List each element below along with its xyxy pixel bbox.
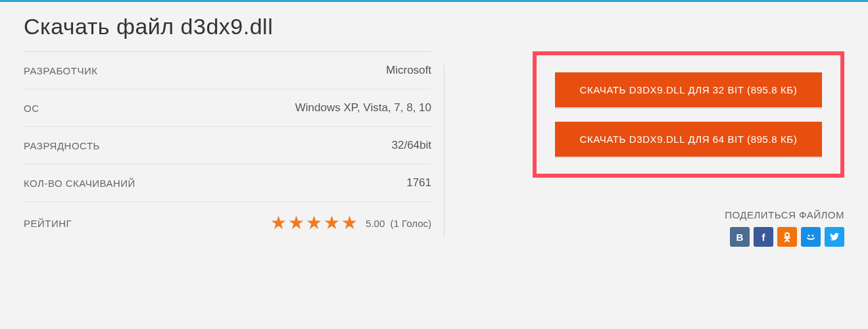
rating-stars[interactable]: ★ ★ ★ ★ ★	[270, 214, 358, 232]
share-twitter-icon[interactable]	[825, 227, 844, 247]
star-icon: ★	[270, 214, 287, 232]
svg-point-0	[785, 233, 789, 237]
download-64bit-button[interactable]: СКАЧАТЬ D3DX9.DLL ДЛЯ 64 BIT (895.8 КБ)	[555, 122, 822, 157]
star-icon: ★	[288, 214, 304, 232]
os-value: Windows XP, Vista, 7, 8, 10	[295, 101, 431, 114]
developer-value: Microsoft	[386, 64, 431, 77]
share-ok-icon[interactable]	[777, 227, 797, 247]
mailru-glyph-icon	[805, 231, 817, 243]
download-32bit-button[interactable]: СКАЧАТЬ D3DX9.DLL ДЛЯ 32 BIT (895.8 КБ)	[555, 72, 822, 107]
svg-point-1	[808, 235, 810, 237]
downloads-value: 1761	[406, 176, 431, 190]
row-developer: РАЗРАБОТЧИК Microsoft	[24, 52, 431, 89]
share-mailru-icon[interactable]	[801, 227, 821, 247]
row-os: ОС Windows XP, Vista, 7, 8, 10	[24, 89, 431, 127]
rating-score: 5.00	[366, 218, 385, 229]
developer-label: РАЗРАБОТЧИК	[24, 65, 97, 76]
bitness-value: 32/64bit	[392, 139, 432, 152]
row-downloads: КОЛ-ВО СКАЧИВАНИЙ 1761	[24, 164, 431, 202]
row-bitness: РАЗРЯДНОСТЬ 32/64bit	[24, 127, 431, 164]
share-title: ПОДЕЛИТЬСЯ ФАЙЛОМ	[725, 209, 844, 220]
twitter-glyph-icon	[829, 232, 840, 242]
rating-label: РЕЙТИНГ	[24, 218, 72, 229]
download-box: СКАЧАТЬ D3DX9.DLL ДЛЯ 32 BIT (895.8 КБ) …	[533, 51, 844, 178]
page-title: Скачать файл d3dx9.dll	[24, 14, 844, 39]
downloads-label: КОЛ-ВО СКАЧИВАНИЙ	[24, 178, 135, 189]
star-icon: ★	[341, 214, 358, 232]
os-label: ОС	[24, 103, 39, 114]
share-facebook-icon[interactable]: f	[754, 227, 773, 247]
svg-point-2	[812, 235, 814, 237]
share-vk-icon[interactable]: B	[730, 227, 750, 247]
row-rating: РЕЙТИНГ ★ ★ ★ ★ ★ 5.00 (1 Голос)	[24, 202, 431, 244]
share-block: ПОДЕЛИТЬСЯ ФАЙЛОМ B f	[725, 209, 844, 247]
rating-votes: (1 Голос)	[391, 218, 431, 229]
star-icon: ★	[306, 214, 322, 232]
star-icon: ★	[324, 214, 340, 232]
ok-glyph-icon	[782, 232, 792, 242]
details-table: РАЗРАБОТЧИК Microsoft ОС Windows XP, Vis…	[24, 51, 431, 244]
bitness-label: РАЗРЯДНОСТЬ	[24, 140, 100, 151]
